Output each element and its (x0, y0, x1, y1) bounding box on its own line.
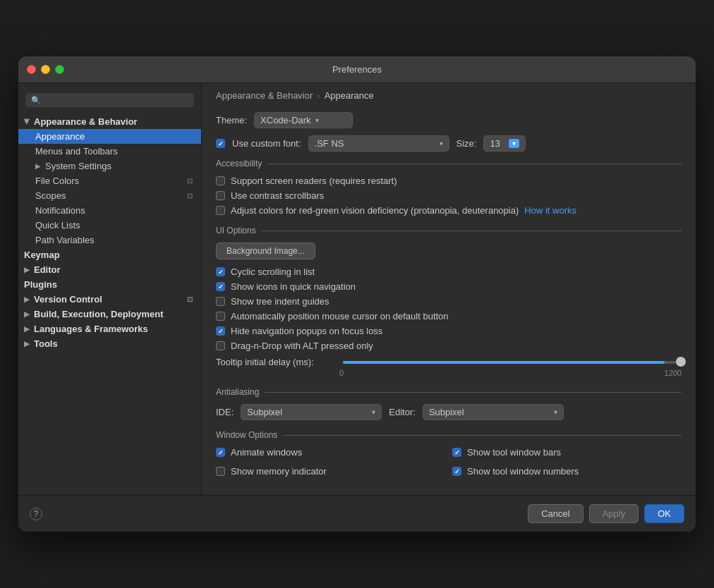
titlebar: Preferences (18, 56, 696, 83)
window-options-section: Window Options (216, 430, 682, 440)
slider-min: 0 (339, 369, 344, 377)
sidebar-item-menus-toolbars[interactable]: Menus and Toolbars (18, 144, 201, 159)
theme-label: Theme: (216, 115, 247, 125)
chevron-down-icon: ▾ (372, 408, 375, 416)
ide-antialiasing-dropdown[interactable]: Subpixel ▾ (241, 404, 382, 420)
theme-dropdown[interactable]: XCode-Dark ▾ (254, 112, 353, 128)
show-tree-indent-checkbox[interactable] (216, 297, 225, 306)
breadcrumb-parent: Appearance & Behavior (216, 90, 313, 101)
close-button[interactable] (27, 65, 36, 74)
cyclic-scrolling-checkbox[interactable] (216, 267, 225, 276)
show-icons-row: Show icons in quick navigation (216, 281, 682, 292)
sidebar-item-system-settings[interactable]: ▶ System Settings (18, 159, 201, 173)
sidebar-item-label: Tools (34, 338, 58, 349)
expand-icon: ▶ (35, 162, 41, 170)
slider-max: 1200 (665, 369, 682, 377)
sidebar-item-file-colors[interactable]: File Colors ⊡ (18, 173, 201, 188)
auto-position-mouse-row: Automatically position mouse cursor on d… (216, 311, 682, 321)
support-screen-readers-checkbox[interactable] (216, 176, 225, 185)
maximize-button[interactable] (55, 65, 64, 74)
adjust-colors-checkbox[interactable] (216, 206, 225, 215)
ui-options-section: UI Options (216, 226, 682, 235)
font-size-dropdown[interactable]: 13 ▾ (483, 135, 526, 152)
editor-antialiasing-dropdown[interactable]: Subpixel ▾ (423, 404, 564, 420)
size-value: 13 (490, 138, 500, 149)
sidebar-item-scopes[interactable]: Scopes ⊡ (18, 188, 201, 203)
editor-label: Editor: (389, 407, 416, 417)
tooltip-label: Tooltip initial delay (ms): (216, 357, 336, 367)
show-memory-checkbox[interactable] (216, 467, 225, 476)
help-button[interactable]: ? (30, 508, 42, 520)
sidebar-item-label: Appearance (35, 131, 85, 142)
cancel-button[interactable]: Cancel (528, 504, 583, 523)
animate-windows-checkbox[interactable] (216, 448, 225, 457)
drag-n-drop-row: Drag-n-Drop with ALT pressed only (216, 341, 682, 351)
show-tool-numbers-label: Show tool window numbers (467, 466, 579, 477)
use-contrast-scrollbars-row: Use contrast scrollbars (216, 190, 682, 201)
window-options-label: Window Options (216, 430, 283, 440)
slider-thumb[interactable] (676, 357, 686, 367)
sidebar-item-label: Quick Lists (35, 220, 80, 231)
file-icon: ⊡ (187, 192, 193, 200)
apply-button[interactable]: Apply (589, 504, 639, 523)
use-custom-font-checkbox[interactable] (216, 139, 225, 148)
sidebar-item-label: Notifications (35, 205, 85, 216)
ide-label: IDE: (216, 407, 234, 417)
ui-options-label: UI Options (216, 226, 262, 235)
show-memory-label: Show memory indicator (231, 466, 327, 477)
hide-nav-popups-checkbox[interactable] (216, 326, 225, 336)
adjust-colors-label: Adjust colors for red-green vision defic… (231, 205, 519, 216)
window-options-grid: Animate windows Show tool window bars Sh… (216, 447, 682, 481)
background-image-button[interactable]: Background Image... (216, 243, 315, 259)
theme-value: XCode-Dark (260, 115, 311, 125)
window-title: Preferences (332, 64, 382, 75)
theme-row: Theme: XCode-Dark ▾ (216, 112, 682, 128)
show-tool-numbers-row: Show tool window numbers (452, 466, 682, 477)
settings-content: Theme: XCode-Dark ▾ Use custom font: .SF… (202, 105, 696, 495)
slider-fill (343, 361, 665, 364)
animate-windows-label: Animate windows (231, 447, 302, 458)
sidebar-item-notifications[interactable]: Notifications (18, 203, 201, 218)
minimize-button[interactable] (41, 65, 50, 74)
sidebar-item-editor[interactable]: ▶ Editor (18, 262, 201, 277)
chevron-down-icon: ▾ (440, 140, 443, 147)
file-icon: ⊡ (187, 177, 193, 185)
sidebar-item-plugins[interactable]: Plugins (18, 277, 201, 292)
sidebar-item-build-execution[interactable]: ▶ Build, Execution, Deployment (18, 307, 201, 321)
tooltip-slider[interactable] (343, 361, 682, 364)
sidebar-item-appearance[interactable]: Appearance (18, 129, 201, 144)
footer: ? Cancel Apply OK (18, 495, 696, 532)
breadcrumb-separator: › (317, 90, 320, 101)
how-it-works-link[interactable]: How it works (524, 205, 576, 216)
auto-position-mouse-checkbox[interactable] (216, 312, 225, 321)
expand-icon: ▶ (24, 340, 30, 348)
adjust-colors-row: Adjust colors for red-green vision defic… (216, 205, 682, 216)
sidebar-item-quick-lists[interactable]: Quick Lists (18, 218, 201, 233)
sidebar-item-label: Path Variables (35, 235, 95, 245)
expand-icon: ▶ (24, 310, 30, 318)
antialiasing-section: Antialiasing (216, 387, 682, 397)
sidebar-item-tools[interactable]: ▶ Tools (18, 336, 201, 351)
show-icons-checkbox[interactable] (216, 282, 225, 291)
main-content: 🔍 ▶ Appearance & Behavior Appearance Men… (18, 83, 696, 495)
sidebar-item-label: Menus and Toolbars (35, 146, 118, 157)
sidebar-item-keymap[interactable]: Keymap (18, 247, 201, 262)
sidebar-item-path-variables[interactable]: Path Variables (18, 233, 201, 247)
sidebar-item-version-control[interactable]: ▶ Version Control ⊡ (18, 292, 201, 307)
tooltip-slider-container: Tooltip initial delay (ms): 0 1200 (216, 357, 682, 377)
show-icons-label: Show icons in quick navigation (231, 281, 356, 292)
font-dropdown[interactable]: .SF NS ▾ (308, 135, 449, 152)
footer-buttons: Cancel Apply OK (528, 504, 684, 523)
cyclic-scrolling-label: Cyclic scrolling in list (231, 267, 315, 277)
ok-button[interactable]: OK (644, 504, 684, 523)
use-contrast-scrollbars-checkbox[interactable] (216, 191, 225, 200)
sidebar-item-languages-frameworks[interactable]: ▶ Languages & Frameworks (18, 321, 201, 336)
search-box[interactable]: 🔍 (18, 89, 201, 111)
show-tool-bars-checkbox[interactable] (452, 448, 461, 457)
show-tool-numbers-checkbox[interactable] (452, 467, 461, 476)
sidebar-item-label: Languages & Frameworks (34, 324, 148, 334)
drag-n-drop-checkbox[interactable] (216, 341, 225, 350)
font-row: Use custom font: .SF NS ▾ Size: 13 ▾ (216, 135, 682, 152)
sidebar-item-appearance-behavior[interactable]: ▶ Appearance & Behavior (18, 114, 201, 129)
search-input[interactable] (44, 95, 188, 105)
